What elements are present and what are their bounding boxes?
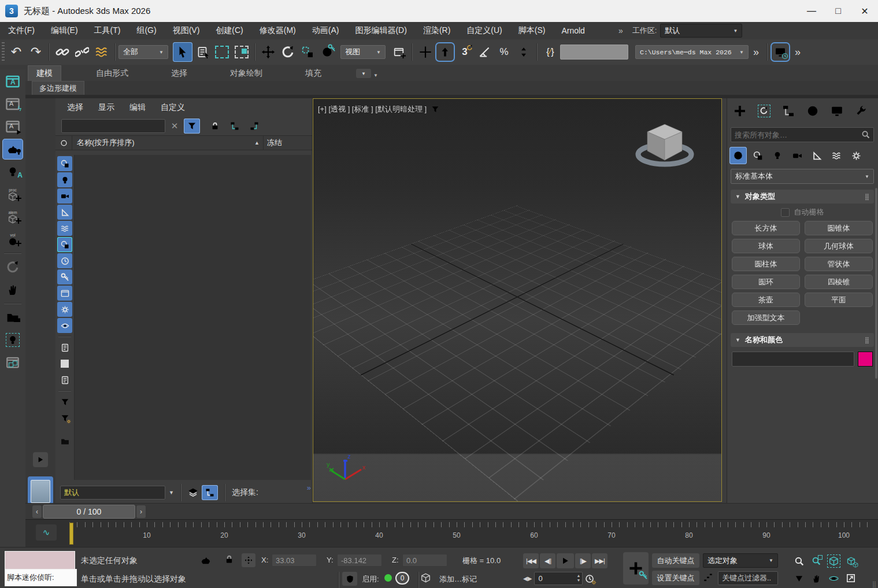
menu-animation[interactable]: 动画(A) <box>304 25 347 36</box>
edit-named-selection-sets-button[interactable]: {⁄} <box>540 42 560 62</box>
viewcube[interactable] <box>630 116 699 176</box>
helpers-category-button[interactable] <box>808 147 825 164</box>
unlink-selection-icon[interactable] <box>72 42 92 62</box>
object-type-column-icon[interactable] <box>55 136 72 150</box>
blank-swatch-icon[interactable] <box>57 356 72 371</box>
set-keys-button[interactable] <box>623 552 649 585</box>
list-view-icon[interactable] <box>57 340 72 355</box>
box-button[interactable]: 长方体 <box>732 221 800 235</box>
layers-icon[interactable] <box>188 487 198 498</box>
zoom-extents-all-button[interactable] <box>843 553 859 568</box>
name-column-header[interactable]: 名称(按升序排序) ▲ <box>72 136 264 150</box>
isolate-selection-icon[interactable] <box>342 572 357 586</box>
macro-a-flash-icon[interactable]: Aϟ <box>2 94 23 114</box>
y-coordinate-field[interactable] <box>337 554 382 567</box>
rabbit-transfer-icon[interactable] <box>2 257 23 278</box>
autogrid-checkbox[interactable] <box>781 208 790 217</box>
ribbon-subtab-polygon-modeling[interactable]: 多边形建模 <box>32 81 84 95</box>
modify-tab[interactable] <box>754 101 775 121</box>
spacewarps-category-button[interactable] <box>828 147 845 164</box>
selection-filter-dropdown[interactable]: 全部 ▼ <box>118 45 168 59</box>
macro-a-window-icon[interactable]: A <box>2 71 23 92</box>
angle-snap-toggle[interactable] <box>475 42 494 62</box>
use-pivot-center-button[interactable] <box>389 42 409 62</box>
toolbar-grip[interactable] <box>2 42 5 62</box>
orbit-button[interactable] <box>825 571 842 586</box>
perspective-viewport[interactable]: [+] [透视 ] [标准 ] [默认明暗处理 ] z x y <box>313 98 722 502</box>
show-wheels-icon[interactable] <box>57 302 72 317</box>
show-groups-icon[interactable] <box>57 237 72 252</box>
keyboard-override-toggle[interactable] <box>416 42 435 62</box>
percent-snap-toggle[interactable]: % <box>494 42 514 62</box>
workspace-dropdown[interactable]: 默认 ▼ <box>660 24 742 38</box>
object-name-input[interactable] <box>732 352 854 367</box>
show-spacewarps-icon[interactable] <box>57 221 72 236</box>
lock-explorer-button[interactable] <box>207 119 223 134</box>
show-frames-icon[interactable] <box>57 286 72 301</box>
zoom-all-button[interactable] <box>808 553 824 568</box>
toolbar-overflow-chevron-2[interactable]: » <box>795 46 801 58</box>
render-setup-button[interactable] <box>770 42 790 62</box>
window-crossing-toggle[interactable] <box>232 42 251 62</box>
add-time-tag[interactable]: 添加…标记 <box>439 574 477 585</box>
mini-curve-editor-button[interactable]: ∿ <box>36 524 57 541</box>
tube-button[interactable]: 管状体 <box>805 257 873 271</box>
motion-tab[interactable] <box>802 101 823 121</box>
ribbon-tab-modeling[interactable]: 建模 <box>28 65 61 81</box>
viewport-label[interactable]: [+] [透视 ] [标准 ] [默认明暗处理 ] <box>318 104 439 114</box>
toolbar-overflow-chevron[interactable]: » <box>753 46 759 58</box>
doc-list-icon[interactable] <box>57 372 72 387</box>
go-to-end-button[interactable]: ▶▶| <box>592 553 607 568</box>
zoom-extents-button[interactable] <box>825 553 842 568</box>
current-frame-marker[interactable] <box>69 523 73 545</box>
explorer-menu-display[interactable]: 显示 <box>98 102 114 113</box>
spinner-snap-toggle[interactable] <box>514 42 534 62</box>
frame-spinner-icon[interactable]: ▲▼ <box>576 574 580 583</box>
maximize-viewport-toggle[interactable] <box>843 571 859 586</box>
menu-rendering[interactable]: 渲染(R) <box>415 25 458 36</box>
lights-category-button[interactable] <box>769 147 786 164</box>
window-nodes-icon[interactable] <box>2 352 23 373</box>
preset-dropdown-arrow[interactable]: ▼ <box>169 490 174 495</box>
ribbon-tab-populate[interactable]: 填充 <box>297 66 329 81</box>
zoom-button[interactable] <box>791 553 807 568</box>
filter-gray-icon[interactable] <box>57 394 72 409</box>
show-containers-icon[interactable] <box>57 253 72 268</box>
select-by-name-button[interactable] <box>192 42 212 62</box>
layout-tabs-expand-button[interactable] <box>33 452 48 467</box>
wolf-lamp-tool-icon[interactable] <box>2 139 23 160</box>
show-lights-icon[interactable] <box>57 172 72 187</box>
ribbon-tab-selection[interactable]: 选择 <box>163 66 195 81</box>
utilities-tab[interactable] <box>851 101 872 121</box>
dog-icon[interactable] <box>200 554 212 566</box>
show-bones-icon[interactable] <box>57 269 72 284</box>
systems-category-button[interactable] <box>847 147 865 164</box>
time-tag-cube-icon[interactable] <box>421 573 431 583</box>
alem-add-icon[interactable]: alem <box>2 206 23 227</box>
light-a-icon[interactable]: A <box>2 161 23 182</box>
select-and-link-icon[interactable] <box>53 42 72 62</box>
hierarchy-tab[interactable] <box>778 101 799 121</box>
set-key-button[interactable]: 设置关键点 <box>652 571 699 585</box>
explorer-search-input[interactable] <box>61 119 165 133</box>
torus-button[interactable]: 圆环 <box>732 275 800 289</box>
key-step-arrows-icon[interactable]: ◀▶ <box>523 575 532 582</box>
display-tab[interactable] <box>827 101 847 121</box>
play-button[interactable] <box>557 553 574 568</box>
time-config-clock-icon[interactable] <box>585 574 594 583</box>
next-key-button[interactable]: ||▶ <box>575 553 591 568</box>
go-to-start-button[interactable]: |◀◀ <box>523 553 539 568</box>
lights-group-icon[interactable] <box>2 330 23 350</box>
snap-3d-button[interactable]: 3 <box>455 42 475 62</box>
macro-a-play-icon[interactable]: A <box>2 116 23 137</box>
menu-group[interactable]: 组(G) <box>128 25 164 36</box>
create-tab[interactable] <box>729 101 750 121</box>
ribbon-tab-object-paint[interactable]: 对象绘制 <box>222 66 271 81</box>
enable-status-dot[interactable] <box>384 574 392 582</box>
explorer-menu-select[interactable]: 选择 <box>67 102 83 113</box>
previous-frame-button[interactable]: ‹ <box>32 505 42 518</box>
show-hidden-icon[interactable] <box>57 318 72 333</box>
viewport-filter-icon[interactable] <box>431 105 439 113</box>
show-geometry-icon[interactable] <box>57 156 72 171</box>
explorer-preset-dropdown[interactable]: 默认 <box>60 486 165 500</box>
